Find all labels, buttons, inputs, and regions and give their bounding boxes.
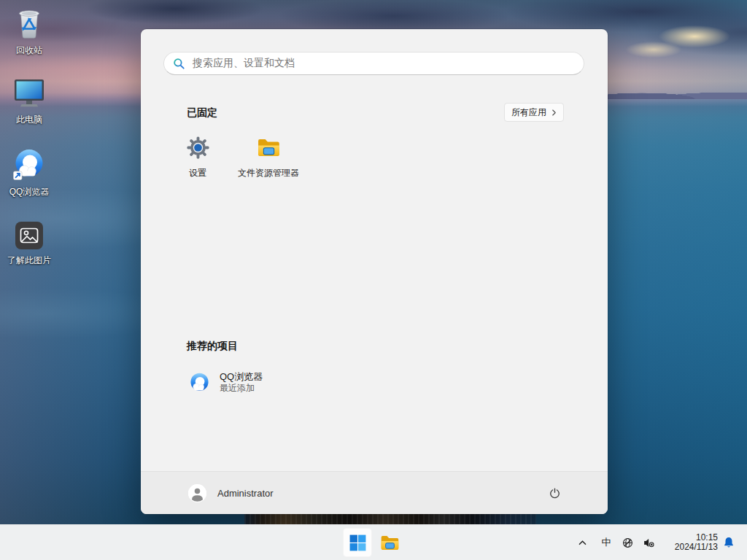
desktop-icon-label: 了解此图片 [7,256,51,265]
desktop-icon-learn-picture[interactable]: 了解此图片 [1,221,58,265]
power-button[interactable] [542,481,567,505]
this-pc-icon [12,77,46,112]
windows-logo-icon [349,534,366,551]
taskbar-file-explorer-button[interactable] [375,528,404,557]
recommended-section-title: 推荐的项目 [187,340,238,353]
user-name: Administrator [217,488,274,499]
pinned-app-file-explorer[interactable]: 文件资源管理器 [233,136,303,181]
user-avatar [188,484,206,502]
desktop-screen: 回收站 此电脑 [0,0,747,560]
taskbar-center-icons [343,525,404,560]
notifications-button[interactable] [718,529,740,556]
recommended-item-sublabel: 最近添加 [220,383,263,394]
all-apps-button[interactable]: 所有应用 [504,103,564,122]
bell-icon [722,536,735,549]
pinned-app-settings[interactable]: 设置 [163,136,233,181]
file-explorer-icon [380,533,400,553]
globe-no-network-icon [622,537,634,549]
recommended-item-qq-browser[interactable]: QQ浏览器 最近添加 [183,365,357,400]
file-explorer-icon [257,136,281,163]
desktop-icon-label: 回收站 [16,46,42,55]
all-apps-label: 所有应用 [511,106,546,119]
picture-info-icon [15,221,44,253]
search-input[interactable]: 搜索应用、设置和文档 [163,52,584,75]
network-button[interactable] [618,529,637,556]
start-menu: 搜索应用、设置和文档 已固定 所有应用 [141,29,608,514]
power-icon [549,487,561,499]
search-icon [173,58,185,70]
tray-overflow-button[interactable] [573,529,592,556]
recycle-bin-icon [13,7,45,43]
desktop-icon-recycle-bin[interactable]: 回收站 [1,7,58,55]
qq-browser-icon [12,147,47,184]
system-tray: 中 [573,525,747,560]
pinned-section-title: 已固定 [187,106,217,120]
pinned-app-label: 文件资源管理器 [238,167,299,179]
chevron-up-icon [578,540,587,546]
ime-indicator[interactable]: 中 [597,529,616,556]
start-menu-footer: Administrator [141,471,608,514]
desktop-icon-qq-browser[interactable]: QQ浏览器 [1,147,58,197]
start-button[interactable] [343,528,372,557]
desktop-icon-label: QQ浏览器 [9,187,50,197]
user-account-button[interactable]: Administrator [181,480,281,506]
settings-gear-icon [186,136,210,163]
taskbar: 中 [0,524,747,560]
qq-browser-icon [189,372,210,393]
desktop-icon-this-pc[interactable]: 此电脑 [1,77,58,125]
chevron-right-icon [551,109,557,117]
volume-button[interactable] [639,529,658,556]
search-placeholder: 搜索应用、设置和文档 [193,57,295,70]
pinned-app-label: 设置 [189,167,206,179]
speaker-muted-icon [643,537,655,549]
recommended-item-label: QQ浏览器 [220,371,263,383]
clock[interactable]: 10:15 2024/11/13 [662,533,718,552]
clock-date: 2024/11/13 [662,542,718,552]
desktop-icon-label: 此电脑 [16,115,42,125]
